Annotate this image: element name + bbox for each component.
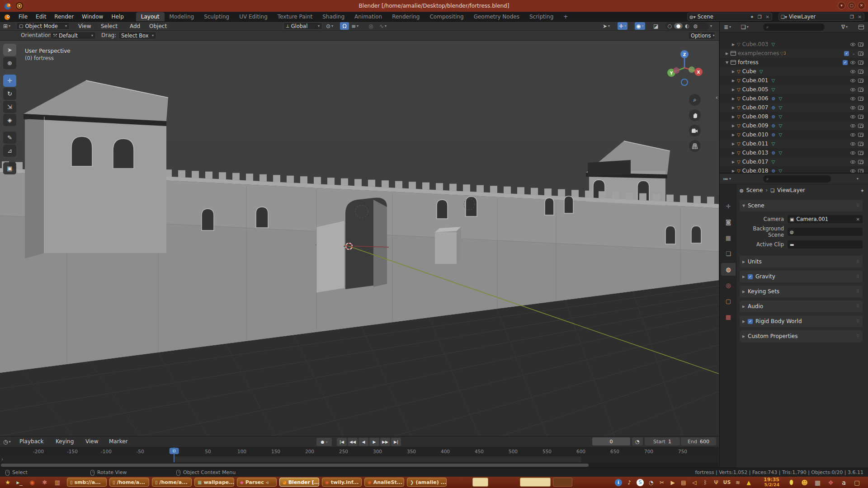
auto-keying-record-button[interactable]: ●▾ [316,438,332,446]
outliner-object-row[interactable]: ▶▽Cube.003▽ [720,40,868,49]
outliner-item-name[interactable]: Cube.009 [742,122,769,129]
timeline-track[interactable] [0,456,719,462]
section-gravity[interactable]: ▶✓Gravity⠿ [740,271,863,282]
orientation-dropdown[interactable]: ⤱ Default ▾ [51,32,96,39]
taskbar-button--amalie-[interactable]: ❯(amalie) ... [407,478,447,487]
outliner-item-name[interactable]: fortress [738,59,759,66]
hide-viewport-icon[interactable] [850,61,855,64]
field-value[interactable]: ▬ [788,240,863,249]
measure-tool[interactable]: ⊿ [3,145,16,157]
outliner-item-name[interactable]: Cube.003 [742,41,769,47]
disclosure-icon[interactable]: ▼ [724,61,730,65]
desktop-pager[interactable] [553,478,572,487]
playhead[interactable] [174,447,175,462]
titlebar[interactable]: Blender [/home/amalie/Desktop/blender/fo… [0,0,868,12]
disable-render-icon[interactable] [858,42,863,47]
outliner-object-row[interactable]: ▶▽Cube.010⚙▽ [720,130,868,139]
hide-viewport-icon[interactable] [850,70,855,73]
outliner-object-row[interactable]: ▶▽Cube.008⚙▽ [720,112,868,121]
snap-magnet-icon[interactable]: Ω [340,22,349,30]
disable-render-icon[interactable] [858,142,863,146]
tab-output[interactable]: ▦ [721,231,736,244]
mode-selector[interactable]: ▢ Object Mode ▾ [16,22,70,30]
add-cube-tool[interactable]: ▣ [3,162,16,174]
viewport-menu-select[interactable]: Select [98,22,121,31]
breadcrumb-scene[interactable]: Scene [746,187,763,193]
workspace-tab-rendering[interactable]: Rendering [387,12,425,21]
scale-tool[interactable]: ⇲ [3,101,16,113]
disable-render-icon[interactable] [858,133,863,137]
workspace-tab-uv-editing[interactable]: UV Editing [234,12,273,21]
menu-edit[interactable]: Edit [32,12,50,22]
hide-viewport-icon[interactable] [850,169,855,173]
hide-viewport-icon[interactable] [850,97,855,100]
disable-render-icon[interactable] [858,124,863,128]
drag-dropdown[interactable]: Select Box ▾ [118,32,156,39]
outliner-item-name[interactable]: Cube.017 [742,159,769,165]
section-disclosure-icon[interactable]: ▶ [740,290,748,294]
taskbar-button-twily-inf-[interactable]: ◉twily.inf... [322,478,362,487]
disclosure-icon[interactable]: ▶ [724,52,730,56]
workspace-tab-modeling[interactable]: Modeling [165,12,199,21]
field-value[interactable]: ▣Camera.001✕ [788,215,863,223]
outliner-search-input[interactable]: ⌕ [763,23,825,31]
outliner-object-row[interactable]: ▶▽Cube.017▽ [720,157,868,166]
disclosure-icon[interactable]: ▶ [731,151,736,155]
clear-field-icon[interactable]: ✕ [856,217,860,222]
tray-updates-icon[interactable]: ▲ [743,479,754,486]
taskbar-button-analiest-[interactable]: ◉AnalieSt... [364,478,404,487]
tray-volume-icon[interactable]: ◁ [689,479,700,486]
rendered-shading-icon[interactable]: ◍ [691,23,700,29]
disable-render-icon[interactable] [858,97,863,101]
play-button[interactable]: ▶ [369,438,379,446]
close-button[interactable]: ✕ [858,2,865,9]
disable-render-icon[interactable] [858,52,863,56]
tray-chat-icon[interactable]: ◔ [646,479,656,486]
disclosure-icon[interactable]: ▶ [731,79,736,83]
filter-id-button[interactable]: ❏▾ [740,23,750,31]
tray-player-icon[interactable]: ▶ [667,479,678,486]
timeline-menu-view[interactable]: View [82,437,101,446]
material-shading-icon[interactable]: ◐ [683,23,691,29]
outliner-item-name[interactable]: Cube.018 [742,168,769,173]
workspace-tab-texture-paint[interactable]: Texture Paint [273,12,317,21]
camera-view-icon[interactable] [689,125,701,136]
outliner-object-row[interactable]: ▶▽Cube.011▽ [720,139,868,148]
pan-hand-icon[interactable] [689,109,701,121]
notes-widget[interactable] [472,478,488,487]
scrollbar-thumb[interactable] [1,464,589,467]
rotate-tool[interactable]: ↻ [3,88,16,100]
disable-render-icon[interactable] [858,115,863,119]
tray-darts-icon[interactable]: ❖ [824,479,837,486]
options-button[interactable]: Options ▾ [688,32,715,39]
blender-logo-icon[interactable] [4,13,11,20]
maximize-button[interactable]: ▢ [848,2,855,9]
hide-viewport-icon[interactable] [850,142,855,145]
display-mode-button[interactable]: ≣▾ [722,23,732,31]
timeline-menu-playback[interactable]: Playback [16,437,47,446]
workspace-tab-layout[interactable]: Layout [136,12,165,21]
hide-viewport-icon[interactable] [850,115,855,118]
show-gizmo-button[interactable]: ✛▾ [618,22,627,30]
outliner-item-name[interactable]: Cube.011 [742,141,769,147]
section-audio[interactable]: ▶Audio⠿ [740,300,863,312]
section-disclosure-icon[interactable]: ▶ [740,334,748,338]
menu-window[interactable]: Window [78,12,107,22]
new-scene-icon[interactable]: ❐ [758,14,762,19]
tray-keyboard-layout[interactable]: US [722,479,732,485]
timeline-expand-chevron[interactable]: › [1,457,3,462]
disable-render-icon[interactable] [858,151,863,155]
disclosure-icon[interactable]: ▶ [731,133,736,137]
tray-wifi-icon[interactable]: ≋ [732,479,743,486]
tray-usb-icon[interactable]: Ψ [711,479,722,486]
outliner-item-name[interactable]: Cube.008 [742,113,769,120]
terminal-icon[interactable]: ▸_ [15,478,24,486]
section-scene[interactable]: ▼Scene⠿ [740,200,863,211]
breadcrumb-viewlayer[interactable]: ViewLayer [777,187,805,193]
properties-editor-type-button[interactable]: ≔▾ [722,175,732,183]
navigation-gizmo[interactable]: Z Y X [665,49,703,87]
move-tool[interactable]: ✛ [3,75,16,87]
unlink-scene-icon[interactable]: ✕ [766,14,769,19]
taskbar-button-wallpape-[interactable]: ▦wallpape... [194,478,234,487]
toggle-xray-button[interactable]: ◪ [652,22,660,30]
